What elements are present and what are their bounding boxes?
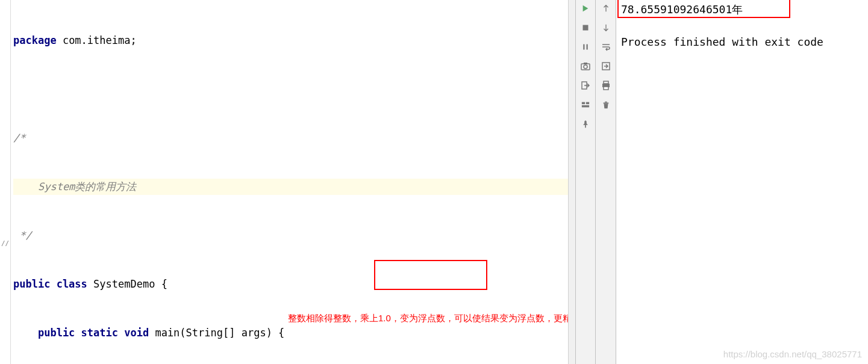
code-content[interactable]: package com.itheima; /* System类的常用方法 */ … — [0, 0, 575, 364]
camera-icon[interactable] — [579, 60, 592, 72]
scroll-down-icon[interactable] — [600, 22, 612, 34]
comment-system: System — [13, 180, 75, 193]
svg-rect-8 — [586, 102, 589, 105]
method-keywords: public static void — [13, 327, 149, 339]
package-name: com.itheima; — [57, 34, 137, 46]
class-decl: SystemDemo { — [87, 278, 167, 290]
red-annotation-text: 整数相除得整数，乘上1.0，变为浮点数，可以使结果变为浮点数，更精确 — [288, 313, 575, 324]
svg-rect-7 — [582, 102, 585, 105]
output-exit-message: Process finished with exit code — [621, 34, 863, 50]
exit-icon[interactable] — [579, 79, 592, 91]
layout-icon[interactable] — [579, 99, 592, 111]
output-toolbar — [596, 0, 616, 364]
package-keyword: package — [13, 34, 57, 46]
scroll-up-icon[interactable] — [600, 2, 612, 14]
editor-scrollbar[interactable] — [568, 0, 575, 364]
output-result: 78.65591092646501年 — [621, 1, 863, 17]
pin-icon[interactable] — [579, 118, 592, 130]
main-method: main(String[] args) { — [149, 327, 284, 339]
class-keywords: public class — [13, 278, 87, 290]
run-icon[interactable] — [579, 2, 592, 14]
gutter-comment-mark: // — [1, 239, 10, 247]
svg-rect-1 — [583, 45, 584, 50]
svg-rect-14 — [603, 103, 608, 104]
run-toolbar — [575, 0, 596, 364]
svg-point-4 — [584, 65, 587, 69]
pause-icon[interactable] — [579, 41, 592, 53]
soft-wrap-icon[interactable] — [600, 41, 612, 53]
comment-end: */ — [13, 229, 32, 241]
code-editor-pane[interactable]: // package com.itheima; /* System类的常用方法 … — [0, 0, 575, 364]
trash-icon[interactable] — [600, 99, 612, 111]
output-pane[interactable]: 78.65591092646501年 Process finished with… — [616, 0, 868, 364]
svg-rect-13 — [604, 87, 608, 90]
svg-rect-9 — [582, 105, 589, 108]
print-icon[interactable] — [600, 79, 612, 91]
svg-rect-2 — [587, 45, 588, 50]
comment-start: /* — [13, 132, 25, 144]
watermark: https://blog.csdn.net/qq_38025771 — [723, 349, 862, 359]
svg-rect-5 — [584, 63, 587, 64]
stop-icon[interactable] — [579, 22, 592, 34]
editor-gutter: // — [0, 0, 11, 364]
svg-rect-15 — [605, 102, 607, 103]
scroll-to-end-icon[interactable] — [600, 60, 612, 72]
svg-rect-11 — [604, 81, 608, 84]
svg-rect-0 — [583, 25, 589, 31]
comment-desc: 类的常用方法 — [75, 180, 136, 193]
